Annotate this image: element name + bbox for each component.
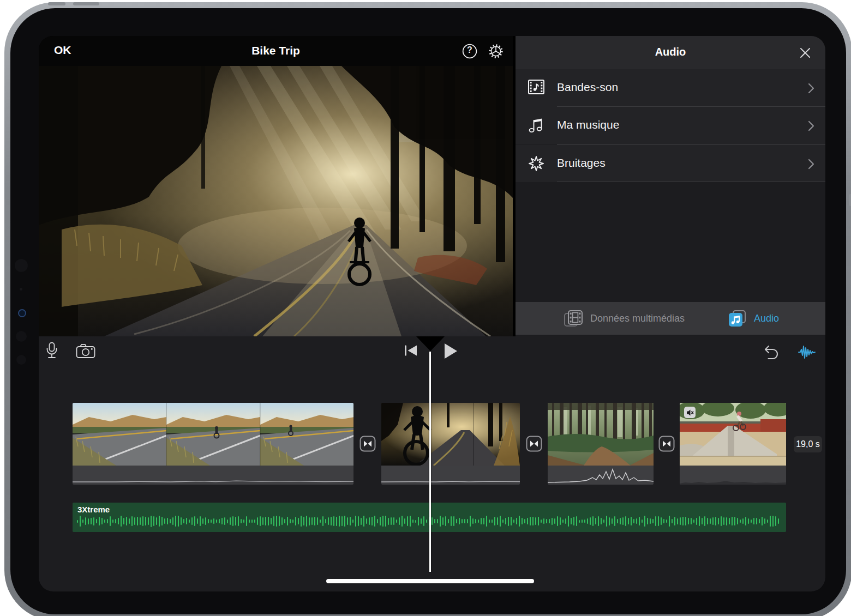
undo-button[interactable] bbox=[763, 345, 780, 360]
clip-1-thumbnails bbox=[73, 403, 353, 466]
microphone-icon bbox=[45, 342, 58, 360]
timeline-clip-1[interactable] bbox=[73, 403, 353, 485]
camera-lens bbox=[16, 331, 27, 342]
project-top-bar: OK Bike Trip ? bbox=[39, 36, 513, 66]
volume-button bbox=[73, 2, 99, 5]
camera-icon bbox=[76, 343, 95, 359]
tab-audio-label: Audio bbox=[754, 313, 779, 324]
clip-2-audio-strip bbox=[381, 466, 520, 485]
clip-3-thumbnails bbox=[548, 403, 654, 466]
timeline-clip-4[interactable] bbox=[680, 403, 786, 485]
clip-3-audio-strip bbox=[548, 466, 654, 485]
transition-icon bbox=[359, 436, 376, 452]
menu-item-label: Bruitages bbox=[557, 156, 606, 170]
play-icon bbox=[444, 343, 458, 359]
browser-tab-bar: Données multimédias Audio bbox=[516, 302, 825, 335]
record-voiceover-button[interactable] bbox=[45, 342, 58, 360]
front-camera bbox=[15, 259, 28, 272]
muted-audio-badge bbox=[684, 407, 696, 418]
audio-panel: Audio bbox=[516, 36, 825, 336]
camera-lens-2 bbox=[16, 355, 26, 365]
waveform-icon bbox=[798, 345, 816, 360]
camera-sensor bbox=[18, 309, 26, 317]
separator bbox=[557, 182, 825, 182]
timeline: 19,0 s 3Xtreme bbox=[39, 336, 825, 591]
clip-4-audio-strip bbox=[680, 466, 786, 485]
audio-panel-title: Audio bbox=[516, 46, 825, 58]
help-button[interactable]: ? bbox=[462, 43, 478, 59]
timeline-clip-2[interactable] bbox=[381, 403, 520, 485]
clip-1-audio-strip bbox=[73, 466, 353, 485]
top-button bbox=[48, 2, 65, 5]
transition-icon bbox=[526, 436, 542, 452]
project-duration-label: 19,0 s bbox=[794, 436, 822, 452]
transition-icon bbox=[658, 436, 675, 452]
music-track-name: 3Xtreme bbox=[77, 505, 110, 514]
audio-icon bbox=[727, 310, 747, 327]
transition-button-3[interactable] bbox=[658, 436, 675, 452]
tab-audio[interactable]: Audio bbox=[727, 302, 779, 335]
close-button[interactable] bbox=[799, 47, 811, 59]
sound-effects-icon bbox=[528, 155, 544, 172]
page: OK Bike Trip ? bbox=[0, 0, 851, 616]
play-button[interactable] bbox=[444, 343, 458, 359]
help-glyph: ? bbox=[462, 45, 478, 55]
playhead-notch bbox=[416, 336, 445, 351]
skip-back-icon bbox=[404, 344, 418, 357]
project-title: Bike Trip bbox=[39, 44, 513, 57]
capture-media-button[interactable] bbox=[76, 343, 95, 359]
menu-item-sound-effects[interactable]: Bruitages bbox=[516, 145, 825, 182]
timeline-clip-3[interactable] bbox=[548, 403, 654, 485]
menu-item-soundtracks[interactable]: Bandes-son bbox=[516, 69, 825, 107]
screen: OK Bike Trip ? bbox=[39, 36, 825, 591]
ipad-device: OK Bike Trip ? bbox=[4, 2, 851, 616]
chevron-right-icon bbox=[808, 83, 814, 94]
camera-dot bbox=[20, 288, 22, 291]
mute-icon bbox=[686, 409, 694, 416]
transition-button-1[interactable] bbox=[359, 436, 376, 452]
menu-item-label: Bandes-son bbox=[557, 81, 618, 94]
playhead[interactable] bbox=[429, 352, 431, 572]
project-settings-button[interactable] bbox=[488, 43, 504, 59]
transition-button-2[interactable] bbox=[526, 436, 542, 452]
media-icon bbox=[564, 310, 583, 327]
audio-panel-header: Audio bbox=[516, 36, 825, 69]
skip-to-start-button[interactable] bbox=[404, 344, 418, 357]
tab-media[interactable]: Données multimédias bbox=[564, 302, 685, 335]
chevron-right-icon bbox=[808, 159, 814, 170]
menu-item-label: Ma musique bbox=[557, 118, 619, 131]
my-music-icon bbox=[528, 116, 544, 132]
home-indicator[interactable] bbox=[326, 579, 534, 583]
close-icon bbox=[799, 47, 811, 59]
bezel: OK Bike Trip ? bbox=[10, 8, 846, 614]
clip-2-thumbnails bbox=[381, 403, 520, 466]
soundtracks-icon bbox=[528, 80, 544, 96]
menu-item-my-music[interactable]: Ma musique bbox=[516, 107, 825, 144]
gear-icon bbox=[488, 43, 504, 59]
video-preview bbox=[39, 66, 513, 336]
clip-4-thumbnails bbox=[680, 403, 786, 466]
undo-icon bbox=[763, 345, 780, 360]
chevron-right-icon bbox=[808, 120, 814, 131]
tab-media-label: Données multimédias bbox=[590, 313, 685, 324]
side-button bbox=[849, 194, 851, 206]
audio-waveform-toggle-button[interactable] bbox=[798, 345, 816, 360]
